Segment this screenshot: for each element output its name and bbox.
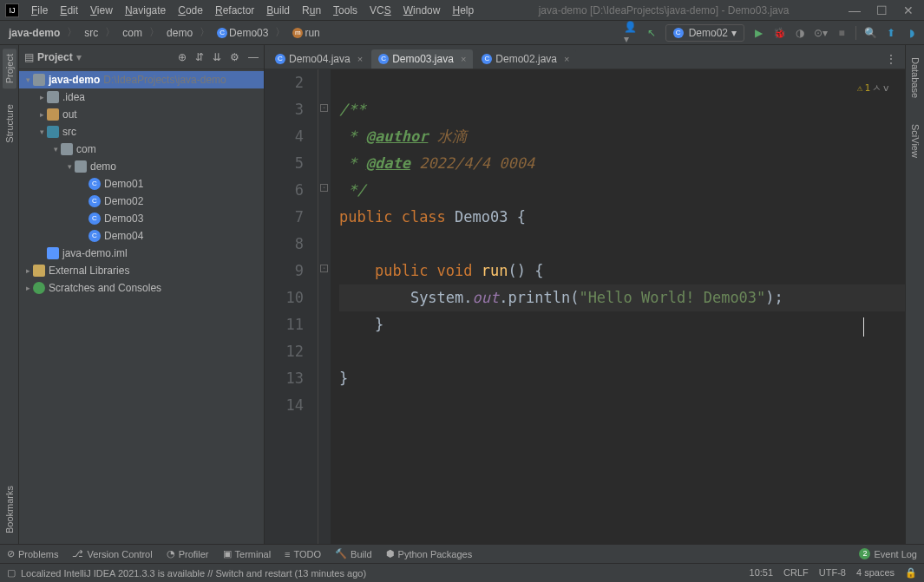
tree-demo03[interactable]: CDemo03 [19,210,264,227]
tree-root[interactable]: ▾java-demoD:\IdeaProjects\java-demo [19,71,264,88]
tool-project-tab[interactable]: Project [3,49,16,88]
run-config-selector[interactable]: C Demo02 ▾ [665,24,744,42]
tree-demo[interactable]: ▾demo [19,158,264,175]
tree-libs[interactable]: ▸External Libraries [19,262,264,279]
warning-icon: ⊘ [7,548,15,559]
close-icon[interactable]: × [357,54,363,64]
menu-view[interactable]: View [85,3,118,18]
class-icon: C [673,28,684,38]
status-message[interactable]: Localized IntelliJ IDEA 2021.3.3 is avai… [21,568,366,579]
debug-button[interactable]: 🐞 [772,26,786,40]
run-button[interactable]: ▶ [751,26,765,40]
bc-com[interactable]: com [119,26,146,40]
menu-navigate[interactable]: Navigate [120,3,171,18]
tab-build[interactable]: 🔨Build [335,548,371,559]
close-button[interactable]: ✕ [903,3,914,17]
maximize-button[interactable]: ☐ [876,3,888,17]
status-time[interactable]: 10:51 [750,567,774,579]
inspection-badge[interactable]: ⚠1 ㅅ ⅴ [857,75,889,101]
window-title: java-demo [D:\IdeaProjects\java-demo] - … [479,4,849,16]
user-icon[interactable]: 👤▾ [624,26,638,40]
breadcrumb: java-demo〉 src〉 com〉 demo〉 CDemo03〉 mrun [5,25,324,40]
tool-sciview-tab[interactable]: SciView [908,119,922,163]
tree-scratch[interactable]: ▸Scratches and Consoles [19,279,264,297]
coverage-button[interactable]: ◑ [793,26,807,40]
minimize-button[interactable]: — [849,3,861,17]
editor-tabs: CDemo04.java× CDemo03.java× CDemo02.java… [265,45,905,69]
bc-class[interactable]: CDemo03 [213,26,272,40]
close-icon[interactable]: × [564,54,569,64]
tab-demo04[interactable]: CDemo04.java× [268,49,370,69]
menu-refactor[interactable]: Refactor [210,3,259,18]
ide-icon[interactable]: ◗ [905,26,919,40]
fold-toggle[interactable]: - [320,265,328,272]
tab-problems[interactable]: ⊘Problems [7,548,58,559]
back-icon[interactable]: ↖ [645,26,659,40]
hammer-icon: 🔨 [335,548,347,559]
stop-button[interactable]: ■ [835,26,849,40]
fold-toggle[interactable]: - [320,104,328,112]
chevron-down-icon[interactable]: ▾ [76,51,82,63]
tree-demo04[interactable]: CDemo04 [19,227,264,245]
menu-code[interactable]: Code [173,3,208,18]
profile-button[interactable]: ⊙▾ [814,26,828,40]
tree-demo02[interactable]: CDemo02 [19,193,264,210]
tool-bookmarks-tab[interactable]: Bookmarks [3,481,16,539]
bc-src[interactable]: src [81,26,102,40]
menu-window[interactable]: Window [398,3,446,18]
class-icon: C [275,54,285,64]
tree-iml[interactable]: java-demo.iml [19,245,264,262]
lock-icon[interactable]: 🔒 [905,567,917,579]
sync-icon[interactable]: ⬆ [884,26,898,40]
tab-profiler[interactable]: ◔Profiler [167,548,209,559]
project-tree: ▾java-demoD:\IdeaProjects\java-demo ▸.id… [19,69,264,544]
close-icon[interactable]: × [461,54,466,64]
tab-python[interactable]: ⬢Python Packages [386,548,473,559]
tree-demo01[interactable]: CDemo01 [19,175,264,193]
tab-demo03[interactable]: CDemo03.java× [371,49,473,69]
menu-vcs[interactable]: VCS [364,3,396,18]
menu-build[interactable]: Build [261,3,295,18]
select-opened-icon[interactable]: ⊕ [178,51,187,63]
tool-database-tab[interactable]: Database [908,52,922,103]
tree-src[interactable]: ▾src [19,123,264,141]
tab-todo[interactable]: ≡TODO [285,549,321,559]
project-panel-title: ▤ Project ▾ [24,51,82,63]
branch-icon: ⎇ [72,548,83,559]
hide-panel-icon[interactable]: — [248,51,259,63]
status-indent[interactable]: 4 spaces [856,567,895,579]
status-eol[interactable]: CRLF [783,567,809,579]
python-icon: ⬢ [386,548,395,559]
tabs-more-icon[interactable]: ⋮ [882,49,900,69]
profiler-icon: ◔ [167,548,175,559]
collapse-all-icon[interactable]: ⇊ [213,51,221,63]
menu-file[interactable]: File [26,3,53,18]
text-cursor [863,317,864,337]
fold-toggle[interactable]: - [320,184,328,192]
bc-demo[interactable]: demo [163,26,196,40]
tree-com[interactable]: ▾com [19,141,264,158]
fold-strip: - - - [318,69,331,544]
tab-terminal[interactable]: ▣Terminal [223,548,272,559]
tab-demo02[interactable]: CDemo02.java× [475,49,576,69]
bc-project[interactable]: java-demo [5,26,63,40]
tool-structure-tab[interactable]: Structure [3,99,16,148]
tree-idea[interactable]: ▸.idea [19,88,264,106]
status-encoding[interactable]: UTF-8 [819,567,846,579]
expand-all-icon[interactable]: ⇵ [195,51,204,63]
menu-help[interactable]: Help [447,3,479,18]
menu-edit[interactable]: Edit [55,3,83,18]
warning-icon: ⚠ [857,75,863,101]
search-icon[interactable]: 🔍 [863,26,877,40]
tab-vcs[interactable]: ⎇Version Control [72,548,152,559]
status-toggle-icon[interactable]: ▢ [7,567,16,579]
code-editor[interactable]: 234567891011121314 - - - ⚠1 ㅅ ⅴ /** * @a… [265,69,905,544]
tree-out[interactable]: ▸out [19,106,264,123]
menu-run[interactable]: Run [297,3,326,18]
bc-method[interactable]: mrun [289,26,323,40]
tab-eventlog[interactable]: 2Event Log [859,548,917,559]
terminal-icon: ▣ [223,548,232,559]
gear-icon[interactable]: ⚙ [230,51,239,63]
chevron-down-icon: ▾ [731,27,737,39]
menu-tools[interactable]: Tools [328,3,363,18]
